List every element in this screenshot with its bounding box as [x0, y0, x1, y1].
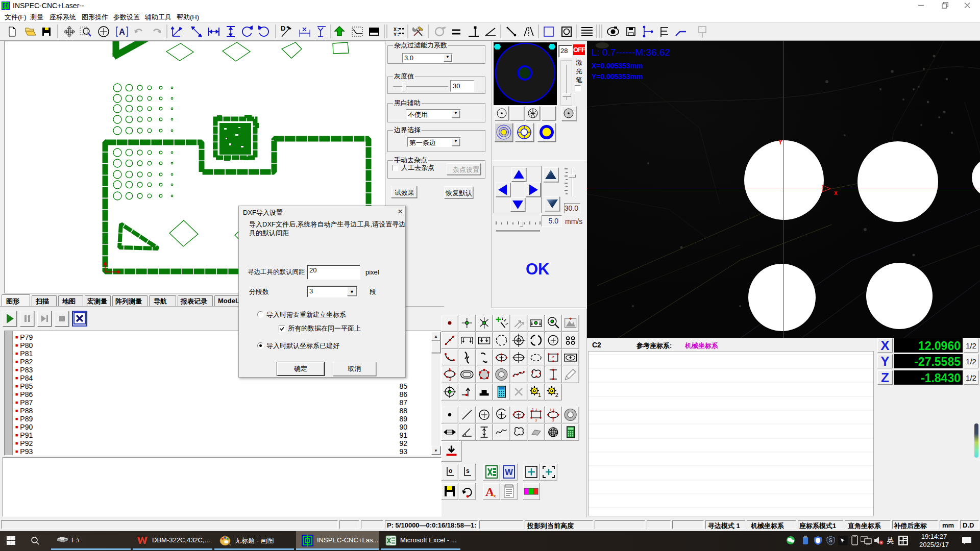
svg-text:S: S [829, 538, 832, 543]
svg-text:L: 0.7------M:36.62: L: 0.7------M:36.62 [592, 47, 670, 58]
svg-text:D: D [281, 24, 285, 32]
svg-text:X=0.005353mm: X=0.005353mm [592, 62, 643, 70]
svg-text:1: 1 [550, 408, 552, 412]
svg-text:3: 3 [449, 377, 451, 382]
svg-text:2: 2 [555, 392, 558, 398]
svg-text:3: 3 [535, 418, 537, 422]
svg-text:z: z [552, 355, 554, 359]
svg-text:o: o [449, 467, 452, 474]
svg-text:x: x [834, 189, 838, 196]
svg-text:A: A [119, 28, 125, 36]
svg-text:Y: Y [778, 139, 782, 146]
svg-text:1: 1 [538, 392, 541, 398]
svg-text:3: 3 [552, 418, 554, 422]
svg-text:z: z [553, 408, 555, 411]
svg-text:s: s [466, 467, 470, 474]
svg-text:x: x [494, 493, 496, 498]
svg-text:W: W [505, 467, 513, 477]
svg-text:z: z [535, 408, 537, 411]
svg-text:Y:: Y: [394, 32, 400, 38]
svg-text:1: 1 [532, 408, 534, 411]
svg-text:Y=0.005353mm: Y=0.005353mm [592, 72, 643, 81]
